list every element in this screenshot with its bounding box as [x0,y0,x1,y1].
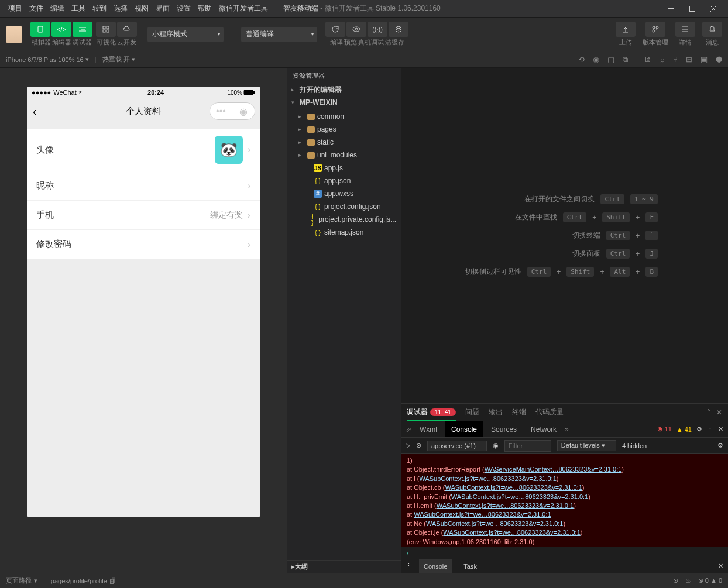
live-icon[interactable]: ◉ [493,442,499,449]
close-panel-icon[interactable]: ✕ [716,408,722,417]
mode-select[interactable]: 小程序模式 [147,27,224,42]
editor-tab-button[interactable]: </> [51,22,71,37]
preview-button[interactable] [346,22,366,37]
debug-tab-terminal[interactable]: 终端 [512,404,526,421]
menu-帮助[interactable]: 帮助 [194,4,215,13]
perf-icon[interactable]: ⊙ [673,577,678,584]
debugger-tab-button[interactable] [73,22,92,37]
files-icon[interactable]: 🗎 [644,55,652,64]
file-app.wxss[interactable]: #app.wxss [287,187,401,200]
upload-button[interactable] [616,22,636,37]
flame-icon[interactable]: ♨ [685,577,691,584]
clear-icon[interactable]: ⊘ [416,442,421,449]
profile-item-头像[interactable]: 头像🐼› [27,129,260,171]
maximize-button[interactable] [682,2,702,16]
profile-item-昵称[interactable]: 昵称› [27,171,260,201]
page-path[interactable]: pages/profile/profile 🗐 [51,577,116,584]
folder-common[interactable]: ▸common [287,110,401,123]
menu-工具[interactable]: 工具 [68,4,89,13]
folder-static[interactable]: ▸static [287,136,401,149]
footer-tab-console[interactable]: Console [419,559,452,573]
cloud-tab-button[interactable] [117,22,137,37]
record-icon[interactable]: ◉ [593,55,599,64]
close-button[interactable] [703,2,723,16]
devtools-tab-wxml[interactable]: Wxml [414,421,443,437]
debug-tab-output[interactable]: 输出 [489,404,503,421]
clear-cache-button[interactable] [389,22,408,37]
folder-pages[interactable]: ▸pages [287,123,401,136]
hot-reload-toggle[interactable]: 热重载 开 ▾ [102,55,135,64]
menu-选择[interactable]: 选择 [110,4,131,13]
menu-文件[interactable]: 文件 [26,4,47,13]
debug-tab-problems[interactable]: 问题 [465,404,479,421]
search-icon[interactable]: ⌕ [660,55,665,64]
devtools-tab-network[interactable]: Network [525,421,562,437]
menu-设置[interactable]: 设置 [173,4,194,13]
device-frame-icon[interactable]: ▢ [607,55,614,64]
visual-tab-button[interactable] [96,22,116,37]
kebab-icon[interactable]: ⋮ [707,425,713,433]
capsule-close-button[interactable]: ◉ [232,103,255,119]
menu-界面[interactable]: 界面 [152,4,173,13]
bug-icon[interactable]: ⬢ [716,55,722,64]
context-select[interactable]: appservice (#1) [427,441,487,451]
back-icon[interactable]: ‹ [33,105,37,118]
compile-button[interactable] [325,22,345,37]
close-icon[interactable]: ✕ [718,425,723,433]
filter-input[interactable] [504,440,551,452]
file-app.js[interactable]: JSapp.js [287,161,401,174]
real-device-button[interactable]: ((·)) [368,22,387,37]
devtools-tab-sources[interactable]: Sources [485,421,523,437]
play-icon[interactable]: ▷ [406,442,410,449]
more-icon[interactable]: ⋯ [389,72,395,80]
debug-tab-quality[interactable]: 代码质量 [535,404,564,421]
main-toolbar: </> 模拟器 编辑器 调试器 可视化 云开发 小程序模式 普通编译 ((·))… [0,18,728,51]
details-button[interactable] [675,22,695,37]
minimize-button[interactable] [661,2,681,16]
popout-icon[interactable]: ⧉ [623,55,628,64]
outline-section[interactable]: ▸大纲 [287,560,401,573]
file-project.private.config.js...[interactable]: { }project.private.config.js... [287,213,401,226]
levels-select[interactable]: Default levels ▾ [557,440,616,451]
debug-tab-debugger[interactable]: 调试器11, 41 [407,404,456,421]
footer-tab-task[interactable]: Task [459,559,482,573]
rotate-icon[interactable]: ⟲ [578,55,585,64]
user-avatar[interactable] [6,26,22,43]
profile-item-修改密码[interactable]: 修改密码› [27,230,260,259]
file-app.json[interactable]: { }app.json [287,174,401,187]
console-output[interactable]: 1) at Object.thirdErrorReport (WAService… [401,454,728,547]
open-editors-section[interactable]: ▸打开的编辑器 [287,83,401,96]
menu-项目[interactable]: 项目 [5,4,26,13]
file-project.config.json[interactable]: { }project.config.json [287,200,401,213]
compile-select[interactable]: 普通编译 [241,27,317,42]
inspect-icon[interactable]: ⬀ [406,425,411,434]
simulator-tab-button[interactable] [30,22,50,37]
terminal-icon[interactable]: ▣ [700,55,708,64]
gear-icon-2[interactable]: ⚙ [717,442,723,449]
capsule-menu-button[interactable]: ••• [210,103,232,119]
file-sitemap.json[interactable]: { }sitemap.json [287,226,401,239]
more-tabs-icon[interactable]: » [565,425,569,434]
hidden-count[interactable]: 4 hidden [622,442,647,449]
gear-icon[interactable]: ⚙ [696,425,702,433]
drawer-icon[interactable]: ⋮ [406,562,412,570]
project-root[interactable]: ▾MP-WEIXIN [287,96,401,109]
device-select[interactable]: iPhone 6/7/8 Plus 100% 16 ▾ [6,56,89,63]
menu-视图[interactable]: 视图 [131,4,152,13]
folder-uni_modules[interactable]: ▸uni_modules [287,149,401,161]
close-drawer-icon[interactable]: ✕ [718,562,723,570]
page-path-label[interactable]: 页面路径 ▾ [6,576,37,585]
warning-count[interactable]: ▲ 41 [677,426,692,433]
version-button[interactable] [645,22,665,37]
extensions-icon[interactable]: ⊞ [686,55,692,64]
error-count[interactable]: ⊗ 11 [657,425,671,433]
profile-item-手机[interactable]: 手机绑定有奖› [27,201,260,230]
devtools-tab-console[interactable]: Console [445,421,483,437]
scm-icon[interactable]: ⑂ [673,55,678,64]
menu-编辑[interactable]: 编辑 [47,4,68,13]
messages-button[interactable] [702,22,722,37]
console-prompt[interactable]: › [401,547,728,559]
menu-微信开发者工具[interactable]: 微信开发者工具 [215,4,272,13]
menu-转到[interactable]: 转到 [89,4,110,13]
chevron-up-icon[interactable]: ˄ [707,408,710,417]
